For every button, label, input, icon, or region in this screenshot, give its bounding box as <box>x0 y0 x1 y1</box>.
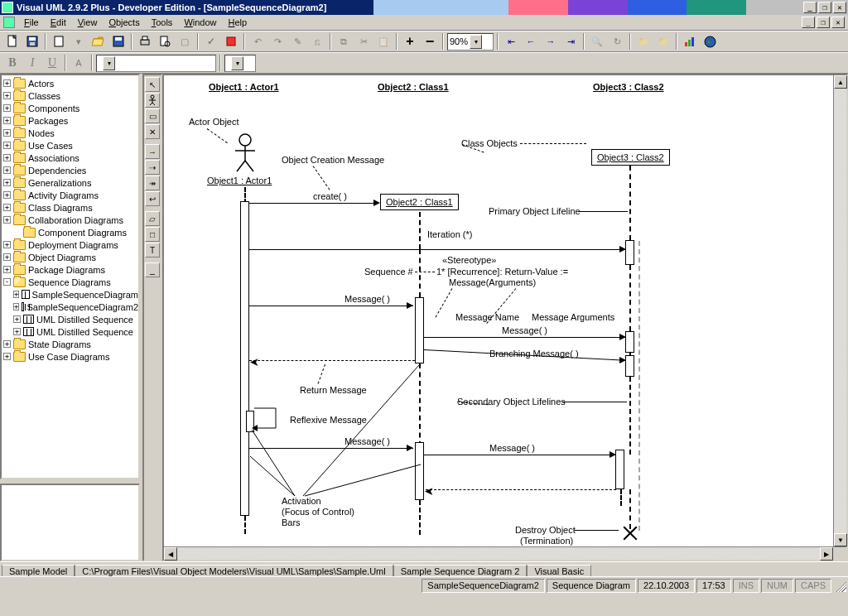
destroy-icon[interactable] <box>623 526 638 541</box>
nav-right-end-button[interactable]: ⇥ <box>561 32 580 51</box>
model-tree[interactable]: +Actors+Classes+Components+Packages+Node… <box>0 74 140 479</box>
tree-item[interactable]: +UML Distilled Sequence <box>2 325 138 338</box>
menu-file[interactable]: FFileile <box>18 16 45 29</box>
copy-button[interactable]: ⧉ <box>335 32 353 51</box>
tab-vb[interactable]: Visual Basic <box>527 565 591 576</box>
tree-item[interactable]: +Associations <box>2 152 138 164</box>
dropdown-icon[interactable]: ▾ <box>470 35 482 49</box>
activation-bar[interactable] <box>625 240 634 265</box>
activation-bar[interactable] <box>625 331 634 353</box>
horizontal-scrollbar[interactable]: ◀ ▶ <box>164 546 846 560</box>
expand-icon[interactable]: + <box>3 142 11 149</box>
tree-item[interactable]: +Package Diagrams <box>2 263 138 276</box>
save-button[interactable] <box>23 32 41 51</box>
zoom-minus-button[interactable]: − <box>421 32 439 51</box>
tree-item[interactable]: +State Diagrams <box>2 338 138 350</box>
paste-button[interactable]: 📋 <box>374 32 393 51</box>
tool4-button[interactable]: ⎌ <box>308 32 326 51</box>
tree-item[interactable]: Component Diagrams <box>2 226 138 238</box>
font-color-button[interactable]: A <box>70 54 88 72</box>
expand-icon[interactable]: + <box>3 191 11 199</box>
expand-icon[interactable]: + <box>3 241 11 248</box>
message-arrow[interactable] <box>249 203 373 204</box>
find-button[interactable]: 🔍 <box>588 32 606 51</box>
menu-help[interactable]: Help <box>223 16 253 29</box>
expand-icon[interactable]: + <box>3 253 11 261</box>
expand-icon[interactable]: + <box>3 117 11 124</box>
tab-diagram[interactable]: Sample Sequence Diagram 2 <box>393 565 528 576</box>
resize-grip[interactable] <box>833 579 846 592</box>
note-tool[interactable]: ▱ <box>145 211 160 226</box>
object-box-3[interactable]: Object3 : Class2 <box>591 149 670 166</box>
zoom-combo[interactable]: 90% ▾ <box>447 33 494 51</box>
expand-icon[interactable]: + <box>3 266 11 273</box>
tab-model[interactable]: Sample Model <box>2 565 75 576</box>
expand-icon[interactable]: + <box>3 79 11 87</box>
underline-button[interactable]: U <box>43 54 61 72</box>
text-tool[interactable]: T <box>145 243 160 257</box>
message-arrow[interactable] <box>249 249 626 250</box>
dropdown-icon[interactable]: ▾ <box>231 56 243 70</box>
tool-button[interactable]: ▾ <box>70 32 88 51</box>
expand-icon[interactable]: + <box>3 154 11 161</box>
new-button[interactable] <box>3 32 22 51</box>
scroll-down-button[interactable]: ▼ <box>834 533 847 546</box>
message-tool[interactable]: → <box>145 144 160 159</box>
cut-button[interactable]: ✂ <box>354 32 373 51</box>
tree-item[interactable]: -Sequence Diagrams <box>2 276 138 288</box>
actor-tool[interactable] <box>145 93 160 108</box>
print-preview-button[interactable] <box>156 32 174 51</box>
tree-item[interactable]: +SampleSequenceDiagram2 <box>2 301 138 313</box>
selfmsg-tool[interactable]: ↩ <box>145 191 160 206</box>
tree-item[interactable]: +Dependencies <box>2 164 138 176</box>
tree-item[interactable]: +UML Distilled Sequence <box>2 313 138 325</box>
mdi-minimize-button[interactable]: _ <box>802 17 815 28</box>
nav-left-button[interactable]: ← <box>522 32 540 51</box>
tree-item[interactable]: +Class Diagrams <box>2 201 138 214</box>
redo-button[interactable]: ↷ <box>268 32 287 51</box>
expand-icon[interactable]: + <box>3 166 11 174</box>
expand-icon[interactable]: + <box>13 291 19 298</box>
expand-icon[interactable]: + <box>3 104 11 112</box>
object-tool[interactable]: ▭ <box>145 108 160 123</box>
chart-button[interactable] <box>681 32 699 51</box>
activation-bar[interactable] <box>415 297 424 363</box>
message-arrow[interactable] <box>424 455 616 455</box>
message-arrow[interactable] <box>249 306 413 306</box>
scroll-right-button[interactable]: ▶ <box>820 547 833 561</box>
menu-window[interactable]: Window <box>178 16 222 29</box>
rect-tool[interactable]: □ <box>145 227 160 242</box>
object-box-2[interactable]: Object2 : Class1 <box>380 194 459 210</box>
spell-button[interactable]: ✓ <box>202 32 220 51</box>
scroll-up-button[interactable]: ▲ <box>834 75 847 89</box>
tree-item[interactable]: +Nodes <box>2 127 138 139</box>
properties-panel[interactable] <box>0 484 140 561</box>
expand-icon[interactable]: + <box>3 179 11 186</box>
tree-item[interactable]: +Classes <box>2 89 138 102</box>
dropdown-icon[interactable]: ▾ <box>103 56 115 70</box>
new-doc-button[interactable] <box>50 32 68 51</box>
font-combo[interactable]: ▾ <box>96 55 216 72</box>
activation-bar[interactable] <box>625 355 634 377</box>
undo-button[interactable]: ↶ <box>248 32 267 51</box>
tab-path[interactable]: C:\Program Files\Visual Object Modelers\… <box>75 565 393 576</box>
menu-tools[interactable]: Tools <box>146 16 179 29</box>
scroll-track[interactable] <box>177 547 820 560</box>
message-arrow[interactable] <box>424 337 626 338</box>
folder2-btn[interactable]: 📁 <box>654 32 672 51</box>
return-arrow[interactable] <box>426 489 616 490</box>
expand-icon[interactable]: + <box>3 204 11 211</box>
folder-btn[interactable]: 📁 <box>634 32 653 51</box>
italic-button[interactable]: I <box>23 54 41 72</box>
expand-icon[interactable]: + <box>3 340 11 348</box>
expand-icon[interactable]: + <box>3 353 11 360</box>
expand-icon[interactable]: + <box>13 328 21 335</box>
mdi-restore-button[interactable]: ❐ <box>817 17 830 28</box>
tree-item[interactable]: +Collaboration Diagrams <box>2 214 138 226</box>
menu-view[interactable]: View <box>72 16 104 29</box>
tool-red-button[interactable] <box>222 32 240 51</box>
minimize-button[interactable]: _ <box>803 2 817 13</box>
tree-item[interactable]: +Deployment Diagrams <box>2 238 138 251</box>
scroll-track[interactable] <box>834 89 846 533</box>
bold-button[interactable]: B <box>3 54 22 72</box>
